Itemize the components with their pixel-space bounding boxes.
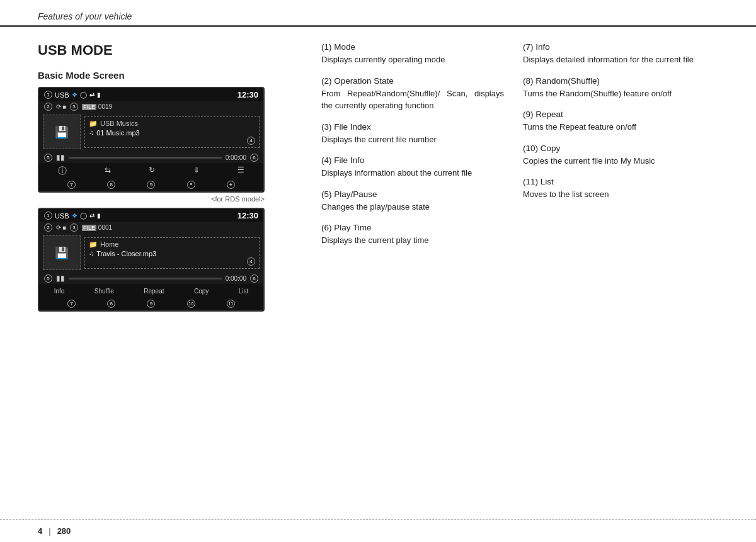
screen2-btn-shuffle: Shuffle xyxy=(92,286,117,296)
screen2-time: 12:30 xyxy=(238,211,258,220)
battery-icon-2: ▮ xyxy=(97,212,101,219)
screen2-progress: 5 ▮▮ 0:00:00 6 xyxy=(39,273,263,284)
desc-right-title-3: (10) Copy xyxy=(523,144,706,153)
desc-mid-item-4: (5) Play/Pause Changes the play/pause st… xyxy=(321,189,504,213)
circle-6: 6 xyxy=(250,154,258,162)
chapter-num: 4 xyxy=(38,526,42,536)
circle-4: 4 xyxy=(247,137,255,145)
bluetooth-icon-2: ❖ xyxy=(72,212,77,219)
screen-mockup-1: 1 USB ❖ ◯ ⇄ ▮ 12:30 2 ⟳ ■ 3 FILE xyxy=(38,87,265,193)
desc-mid-item-2: (3) File Index Displays the current file… xyxy=(321,122,504,146)
circle4b-container: 4 xyxy=(89,257,255,266)
screen1-bottom: ⓘ ⇆ ↻ ⇓ ☰ xyxy=(39,163,263,179)
screen1-progress: 5 ▮▮ 0:00:00 6 xyxy=(39,152,263,163)
desc-right-item-4: (11) List Moves to the list screen xyxy=(523,177,706,201)
music-icon: ♫ xyxy=(89,128,94,136)
circle4-container: 4 xyxy=(89,137,255,145)
list-icon: ☰ xyxy=(238,166,244,177)
desc-right-text-1: Turns the Random(Shuffle) feature on/off xyxy=(523,88,706,100)
desc-right-title-1: (8) Random(Shuffle) xyxy=(523,76,706,86)
desc-mid-text-2: Displays the current file number xyxy=(321,133,504,146)
screen2-topbar: 1 USB ❖ ◯ ⇄ ▮ 12:30 xyxy=(39,209,263,222)
desc-mid-title-1: (2) Operation State xyxy=(321,76,504,86)
screen2-top-left: 1 USB ❖ ◯ ⇄ ▮ xyxy=(44,212,101,220)
desc-right-item-3: (10) Copy Copies the current file into M… xyxy=(523,144,706,167)
circle-3b: 3 xyxy=(70,223,78,232)
desc-right-item-0: (7) Info Displays detailed information f… xyxy=(523,42,706,66)
copy-icon: ⇓ xyxy=(193,166,200,177)
circle-1: 1 xyxy=(44,91,52,99)
circle-3: 3 xyxy=(70,103,78,111)
screen2-btn-copy: Copy xyxy=(192,286,211,296)
circle-1b: 1 xyxy=(44,212,52,220)
screen1-thumbnail: 💾 xyxy=(43,115,81,149)
left-column: USB MODE Basic Mode Screen 1 USB ❖ ◯ ⇄ ▮… xyxy=(38,42,302,314)
circle-11b: 11 xyxy=(227,300,235,308)
screen2-btn-list: List xyxy=(236,286,251,296)
basic-mode-subtitle: Basic Mode Screen xyxy=(38,70,302,81)
screen2-btn-repeat: Repeat xyxy=(141,286,166,296)
screen1-time: 12:30 xyxy=(238,90,258,99)
desc-mid-item-1: (2) Operation State From Repeat/Random(S… xyxy=(321,76,504,112)
repeat-icon: ↻ xyxy=(149,166,155,177)
screen1-track-row: ♫ 01 Music.mp3 xyxy=(89,128,255,137)
desc-mid-text-1: From Repeat/Random(Shuffle)/ Scan, displ… xyxy=(321,88,504,112)
progress-bar-2 xyxy=(69,278,222,279)
circle-10: ⚬ xyxy=(187,181,195,189)
progress-bar xyxy=(69,157,222,159)
circle-7: 7 xyxy=(67,181,76,189)
desc-right-text-0: Displays detailed information for the cu… xyxy=(523,54,706,66)
music-icon-2: ♫ xyxy=(89,249,94,257)
right-column: (7) Info Displays detailed information f… xyxy=(504,42,706,314)
desc-right-text-2: Turns the Repeat feature on/off xyxy=(523,121,706,133)
shuffle-icon: ⇆ xyxy=(105,166,111,177)
circle-8b: 8 xyxy=(107,300,115,308)
screen1-folder-row: 📁 USB Musics xyxy=(89,120,255,128)
circle-2b: 2 xyxy=(44,223,52,232)
screen2-mid: 💾 📁 Home ♫ Travis - Closer.mp3 4 xyxy=(39,233,263,273)
circle-5: 5 xyxy=(44,154,52,162)
screen2-folder-row: 📁 Home xyxy=(89,240,255,249)
desc-right-text-4: Moves to the list screen xyxy=(523,188,706,201)
screen1-info: 📁 USB Musics ♫ 01 Music.mp3 4 xyxy=(84,116,260,148)
circle-8: 8 xyxy=(107,181,115,189)
circle-7b: 7 xyxy=(67,300,76,308)
screen1-mid: 💾 📁 USB Musics ♫ 01 Music.mp3 4 xyxy=(39,112,263,152)
screen1-num-labels: 7 8 9 ⚬ ⚭ xyxy=(39,179,263,191)
desc-right-title-2: (9) Repeat xyxy=(523,110,706,119)
page-num: 280 xyxy=(57,526,71,536)
circle-4b: 4 xyxy=(247,257,255,266)
screen2-bottom: Info Shuffle Repeat Copy List xyxy=(39,284,263,298)
desc-mid-title-3: (4) File Info xyxy=(321,155,504,165)
rds-note: <for RDS model> xyxy=(38,195,265,203)
screen-mockup-2: 1 USB ❖ ◯ ⇄ ▮ 12:30 2 ⟳ ■ 3 FILE xyxy=(38,208,265,312)
circle-11: ⚭ xyxy=(227,181,235,189)
desc-mid-item-3: (4) File Info Displays information about… xyxy=(321,155,504,179)
usb-drive-icon-2: 💾 xyxy=(55,246,69,260)
circle-5b: 5 xyxy=(44,274,52,283)
page-header: Features of your vehicle xyxy=(0,0,756,27)
bluetooth-icon: ❖ xyxy=(72,91,77,98)
screen1-playtime: 0:00:00 xyxy=(226,154,246,161)
screen2-info: 📁 Home ♫ Travis - Closer.mp3 4 xyxy=(84,237,260,269)
screen2-btn-info: Info xyxy=(52,286,67,296)
desc-mid-text-0: Displays currently operating mode xyxy=(321,54,504,66)
desc-right-text-3: Copies the current file into My Music xyxy=(523,155,706,167)
desc-mid-text-3: Displays information about the current f… xyxy=(321,167,504,179)
desc-right-item-2: (9) Repeat Turns the Repeat feature on/o… xyxy=(523,110,706,133)
circle-9: 9 xyxy=(147,181,155,189)
desc-mid-title-2: (3) File Index xyxy=(321,122,504,132)
desc-mid-title-5: (6) Play Time xyxy=(321,223,504,232)
desc-mid-text-4: Changes the play/pause state xyxy=(321,201,504,213)
circle-6b: 6 xyxy=(250,274,258,283)
screen1-topbar: 1 USB ❖ ◯ ⇄ ▮ 12:30 xyxy=(39,88,263,101)
circle-9b: 9 xyxy=(147,300,155,308)
folder-icon-2: 📁 xyxy=(89,240,98,249)
page-footer: 4 | 280 xyxy=(0,519,756,542)
usb-drive-icon: 💾 xyxy=(55,125,69,139)
desc-right-title-0: (7) Info xyxy=(523,42,706,52)
screen2-thumbnail: 💾 xyxy=(43,235,81,270)
screen2-subbar: 2 ⟳ ■ 3 FILE 0001 xyxy=(39,222,263,233)
screen1-top-left: 1 USB ❖ ◯ ⇄ ▮ xyxy=(44,91,101,99)
desc-mid-title-4: (5) Play/Pause xyxy=(321,189,504,199)
